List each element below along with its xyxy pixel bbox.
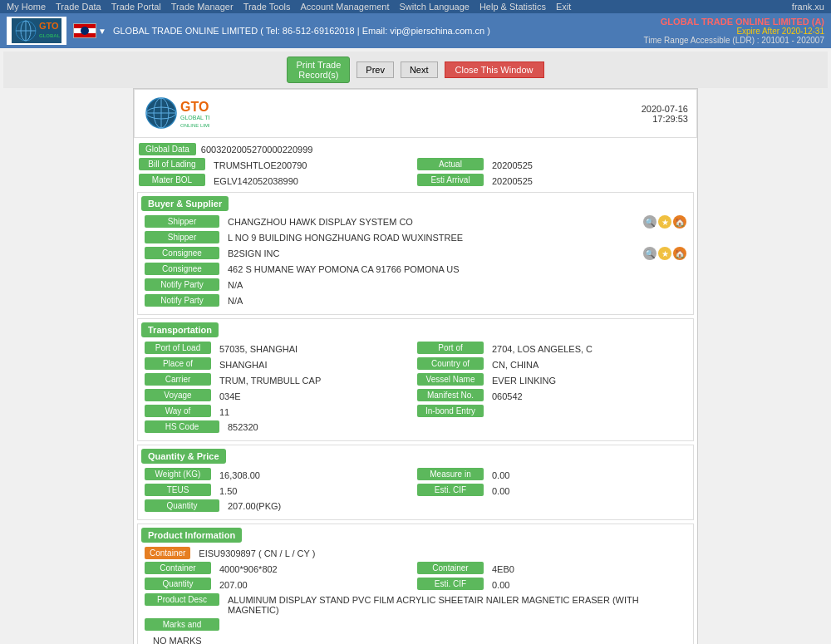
global-data-row: Global Data 6003202005270000220999 <box>134 141 697 157</box>
global-data-label: Global Data <box>139 143 196 155</box>
svg-text:GTO: GTO <box>39 21 59 31</box>
notify-party-row-2: Notify Party N/A <box>140 293 691 309</box>
main-content: Print Trade Record(s) Prev Next Close Th… <box>0 48 831 644</box>
user-info: frank.xu <box>792 2 824 12</box>
top-navigation: My Home Trade Data Trade Portal Trade Ma… <box>0 0 831 13</box>
prev-button[interactable]: Prev <box>356 61 394 78</box>
buyer-supplier-body: Shipper CHANGZHOU HAWK DISPLAY SYSTEM CO… <box>138 214 693 314</box>
teus-label: TEUS <box>145 484 211 496</box>
transport-row-5: Way of 11 In-bond Entry <box>140 404 691 420</box>
country-of-label: Country of <box>417 357 484 370</box>
marks-row: Marks and <box>140 617 691 633</box>
container-orange-value: EISU9309897 ( CN / L / CY ) <box>195 547 686 560</box>
svg-text:GTO: GTO <box>180 100 209 114</box>
weight-label: Weight (KG) <box>145 468 211 480</box>
quantity-value: 207.00(PKG) <box>224 499 686 513</box>
notify-party-label-2: Notify Party <box>145 294 219 307</box>
master-bol-col: Mater BOL EGLV142052038990 <box>139 174 414 188</box>
global-data-value: 6003202005270000220999 <box>201 145 313 155</box>
port-of-label: Port of <box>417 342 484 354</box>
hs-code-label: HS Code <box>145 420 219 433</box>
notify-party-value-2: N/A <box>224 294 686 307</box>
consignee-label-2: Consignee <box>145 263 219 275</box>
nav-trade-manager[interactable]: Trade Manager <box>171 2 234 12</box>
nav-trade-portal[interactable]: Trade Portal <box>111 2 161 12</box>
shipper-row-1: Shipper CHANGZHOU HAWK DISPLAY SYSTEM CO… <box>140 214 691 230</box>
print-record-button[interactable]: Print Trade Record(s) <box>287 57 350 83</box>
nav-switch-language[interactable]: Switch Language <box>400 2 470 12</box>
carrier-label: Carrier <box>145 373 211 386</box>
home-icon[interactable]: 🏠 <box>673 215 686 229</box>
consignee-label-1: Consignee <box>145 247 219 259</box>
actual-label: Actual <box>417 158 484 170</box>
consignee-home-icon[interactable]: 🏠 <box>673 247 686 260</box>
doc-datetime: 2020-07-16 17:29:53 <box>642 104 688 124</box>
gto-logo: GTO GLOBAL TRADE <box>12 18 61 43</box>
nav-exit[interactable]: Exit <box>556 2 571 12</box>
header-right: GLOBAL TRADE ONLINE LIMITED (A) Expire A… <box>643 17 824 45</box>
master-bol-value: EGLV142052038990 <box>210 175 414 188</box>
actual-col: Actual 20200525 <box>417 158 692 172</box>
pi-row-1: Container 4000*906*802 Container 4EB0 <box>140 561 691 577</box>
shipper-label-2: Shipper <box>145 231 219 243</box>
nav-trade-data[interactable]: Trade Data <box>56 2 101 12</box>
transportation-header: Transportation <box>141 322 219 337</box>
consignee-row-2: Consignee 462 S HUMANE WAY POMONA CA 917… <box>140 262 691 278</box>
transportation-section: Transportation Port of Load 57035, SHANG… <box>137 318 694 441</box>
measure-in-value: 0.00 <box>489 469 686 482</box>
shipper-value-2: L NO 9 BUILDING HONGZHUANG ROAD WUXINSTR… <box>224 231 686 244</box>
doc-header: GTO GLOBAL TRADE ONLINE LIMITED 2020-07-… <box>134 89 697 138</box>
port-load-value: 57035, SHANGHAI <box>216 342 414 356</box>
svg-text:GLOBAL TRADE: GLOBAL TRADE <box>180 115 209 120</box>
nav-trade-tools[interactable]: Trade Tools <box>243 2 291 12</box>
buyer-supplier-section: Buyer & Supplier Shipper CHANGZHOU HAWK … <box>137 192 694 315</box>
nav-my-home[interactable]: My Home <box>7 2 46 12</box>
marks-value: NO MARKS <box>150 634 686 644</box>
magnifier-icon[interactable]: 🔍 <box>643 215 656 229</box>
bol-row: Bill of Lading TRUMSHTLOE200790 Actual 2… <box>134 157 697 173</box>
esti-cif-label: Esti. CIF <box>417 484 484 496</box>
weight-value: 16,308.00 <box>216 469 414 482</box>
transportation-body: Port of Load 57035, SHANGHAI Port of 270… <box>138 341 693 440</box>
esti-arrival-label: Esti Arrival <box>417 174 484 186</box>
quantity-price-section: Quantity & Price Weight (KG) 16,308.00 M… <box>137 445 694 520</box>
bol-col: Bill of Lading TRUMSHTLOE200790 <box>139 158 414 172</box>
bol-value: TRUMSHTLOE200790 <box>210 159 414 172</box>
shipper-value-1: CHANGZHOU HAWK DISPLAY SYSTEM CO <box>224 215 640 229</box>
nav-account-management[interactable]: Account Management <box>301 2 390 12</box>
notify-party-label-1: Notify Party <box>145 278 219 291</box>
consignee-star-icon[interactable]: ★ <box>658 247 671 260</box>
nav-help-statistics[interactable]: Help & Statistics <box>479 2 546 12</box>
product-desc-label: Product Desc <box>145 593 219 606</box>
header-title: GLOBAL TRADE ONLINE LIMITED ( Tel: 86-51… <box>113 26 490 36</box>
close-window-button[interactable]: Close This Window <box>445 61 544 78</box>
measure-in-label: Measure in <box>417 468 484 480</box>
svg-text:GLOBAL TRADE: GLOBAL TRADE <box>39 33 60 38</box>
container-size-label: Container <box>145 562 211 574</box>
marks-label: Marks and <box>145 618 219 631</box>
container-size-value: 4000*906*802 <box>216 563 414 576</box>
flag-icon: ▼ <box>73 23 106 38</box>
logo-box: GTO GLOBAL TRADE <box>7 17 66 45</box>
place-of-label: Place of <box>145 357 211 370</box>
port-of-value: 2704, LOS ANGELES, C <box>489 342 686 356</box>
country-of-value: CN, CHINA <box>489 358 686 371</box>
carrier-value: TRUM, TRUMBULL CAP <box>216 374 414 387</box>
shipper-row-2: Shipper L NO 9 BUILDING HONGZHUANG ROAD … <box>140 230 691 246</box>
consignee-magnifier-icon[interactable]: 🔍 <box>643 247 656 260</box>
next-button[interactable]: Next <box>401 61 438 78</box>
product-desc-value: ALUMINUM DISPLAY STAND PVC FILM ACRYLIC … <box>224 593 686 617</box>
actual-value: 20200525 <box>489 159 692 172</box>
transport-row-1: Port of Load 57035, SHANGHAI Port of 270… <box>140 341 691 356</box>
pi-quantity-value: 207.00 <box>216 578 414 592</box>
pi-esti-cif-label: Esti. CIF <box>417 578 484 590</box>
expire-info: Expire After 2020-12-31 <box>643 27 824 36</box>
shipper-icons-1: 🔍 ★ 🏠 <box>643 215 686 229</box>
star-icon[interactable]: ★ <box>658 215 671 229</box>
marks-value-row: NO MARKS <box>140 633 691 644</box>
svg-text:ONLINE LIMITED: ONLINE LIMITED <box>180 123 209 128</box>
transport-row-3: Carrier TRUM, TRUMBULL CAP Vessel Name E… <box>140 372 691 388</box>
in-bond-label: In-bond Entry <box>417 405 484 417</box>
product-desc-row: Product Desc ALUMINUM DISPLAY STAND PVC … <box>140 592 691 617</box>
esti-arrival-col: Esti Arrival 20200525 <box>417 174 692 188</box>
